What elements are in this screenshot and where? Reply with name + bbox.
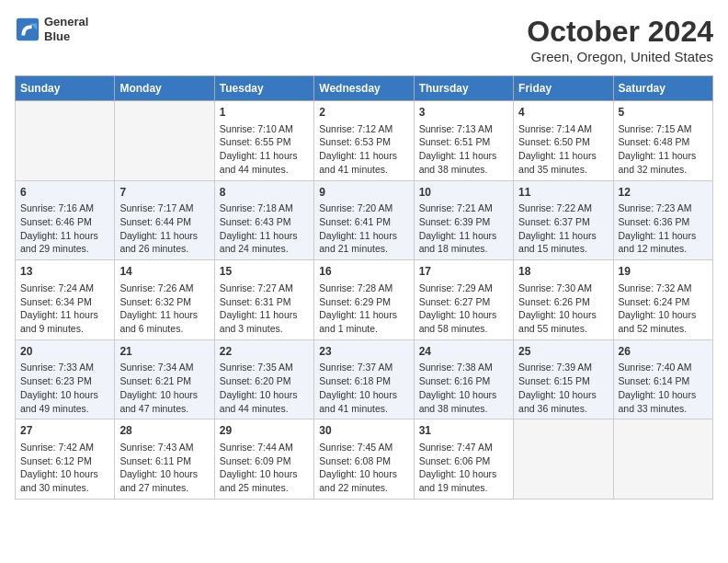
calendar-cell: 26Sunrise: 7:40 AMSunset: 6:14 PMDayligh… [613,339,712,419]
calendar-cell: 24Sunrise: 7:38 AMSunset: 6:16 PMDayligh… [414,339,513,419]
day-info: Sunset: 6:11 PM [119,454,209,468]
calendar-cell: 29Sunrise: 7:44 AMSunset: 6:09 PMDayligh… [214,419,313,500]
day-info: Daylight: 11 hours and 29 minutes. [20,229,109,256]
calendar-cell: 16Sunrise: 7:28 AMSunset: 6:29 PMDayligh… [314,260,414,340]
day-info: Sunrise: 7:15 AM [619,122,708,136]
day-info: Sunset: 6:06 PM [419,454,508,468]
calendar-cell: 19Sunrise: 7:32 AMSunset: 6:24 PMDayligh… [613,260,712,340]
calendar-cell: 18Sunrise: 7:30 AMSunset: 6:26 PMDayligh… [514,260,613,340]
day-info: Daylight: 10 hours and 38 minutes. [419,388,508,415]
day-info: Sunset: 6:50 PM [518,135,608,149]
day-header-tuesday: Tuesday [214,76,313,101]
day-header-saturday: Saturday [613,76,712,101]
day-number: 15 [220,264,309,280]
day-info: Sunrise: 7:17 AM [119,201,209,215]
day-info: Sunset: 6:44 PM [119,215,209,229]
day-info: Daylight: 11 hours and 41 minutes. [319,149,408,176]
day-number: 26 [619,344,708,360]
calendar-week-row: 1Sunrise: 7:10 AMSunset: 6:55 PMDaylight… [16,101,713,181]
day-info: Sunset: 6:55 PM [220,135,309,149]
day-number: 13 [20,264,109,280]
day-info: Sunrise: 7:26 AM [119,282,209,295]
calendar-cell: 30Sunrise: 7:45 AMSunset: 6:08 PMDayligh… [314,419,414,500]
day-number: 9 [319,185,408,201]
day-number: 29 [220,423,309,439]
day-number: 7 [119,185,209,201]
day-info: Sunrise: 7:40 AM [619,361,708,374]
day-info: Sunset: 6:46 PM [20,215,109,229]
day-info: Daylight: 10 hours and 58 minutes. [419,308,508,335]
day-info: Sunrise: 7:30 AM [518,282,608,295]
calendar-cell: 14Sunrise: 7:26 AMSunset: 6:32 PMDayligh… [115,260,214,340]
day-number: 8 [220,185,309,201]
day-info: Daylight: 10 hours and 36 minutes. [518,388,608,415]
day-info: Sunset: 6:08 PM [319,454,408,468]
calendar-week-row: 13Sunrise: 7:24 AMSunset: 6:34 PMDayligh… [16,260,713,340]
day-info: Sunrise: 7:14 AM [518,122,608,136]
calendar-cell: 17Sunrise: 7:29 AMSunset: 6:27 PMDayligh… [414,260,513,340]
calendar-week-row: 20Sunrise: 7:33 AMSunset: 6:23 PMDayligh… [16,339,713,419]
day-number: 23 [319,344,408,360]
day-info: Sunrise: 7:28 AM [319,282,408,295]
day-info: Sunrise: 7:27 AM [220,282,309,295]
day-info: Daylight: 10 hours and 47 minutes. [119,388,209,415]
day-info: Sunset: 6:32 PM [119,295,209,309]
day-info: Sunset: 6:21 PM [119,374,209,388]
logo-line2: Blue [44,29,88,44]
day-info: Sunrise: 7:39 AM [518,361,608,374]
day-number: 21 [119,344,209,360]
day-info: Sunset: 6:51 PM [419,135,508,149]
calendar-cell: 22Sunrise: 7:35 AMSunset: 6:20 PMDayligh… [214,339,313,419]
day-number: 17 [419,264,508,280]
title-block: October 2024 Green, Oregon, United State… [527,15,713,64]
day-info: Daylight: 11 hours and 26 minutes. [119,229,209,256]
calendar-cell: 13Sunrise: 7:24 AMSunset: 6:34 PMDayligh… [16,260,115,340]
calendar-cell: 8Sunrise: 7:18 AMSunset: 6:43 PMDaylight… [214,180,313,260]
day-number: 11 [518,185,608,201]
day-info: Daylight: 11 hours and 44 minutes. [220,149,309,176]
day-info: Sunset: 6:27 PM [419,295,508,309]
calendar-cell [16,101,115,181]
day-number: 19 [619,264,708,280]
day-info: Daylight: 10 hours and 55 minutes. [518,308,608,335]
day-number: 10 [419,185,508,201]
day-number: 28 [119,423,209,439]
logo-icon [15,17,40,42]
day-info: Sunrise: 7:21 AM [419,201,508,215]
day-info: Sunrise: 7:13 AM [419,122,508,136]
day-info: Sunset: 6:15 PM [518,374,608,388]
day-info: Sunset: 6:43 PM [220,215,309,229]
day-info: Sunrise: 7:44 AM [220,441,309,454]
calendar-cell: 12Sunrise: 7:23 AMSunset: 6:36 PMDayligh… [613,180,712,260]
day-info: Sunrise: 7:33 AM [20,361,109,374]
day-info: Sunset: 6:12 PM [20,454,109,468]
day-number: 5 [619,105,708,121]
calendar-cell: 3Sunrise: 7:13 AMSunset: 6:51 PMDaylight… [414,101,513,181]
day-number: 20 [20,344,109,360]
day-info: Sunset: 6:53 PM [319,135,408,149]
logo-text: General Blue [44,15,88,43]
day-info: Sunset: 6:41 PM [319,215,408,229]
day-info: Sunrise: 7:37 AM [319,361,408,374]
day-info: Daylight: 10 hours and 22 minutes. [319,467,408,494]
day-number: 3 [419,105,508,121]
day-info: Daylight: 11 hours and 1 minute. [319,308,408,335]
day-header-friday: Friday [514,76,613,101]
day-info: Sunrise: 7:35 AM [220,361,309,374]
calendar-cell: 7Sunrise: 7:17 AMSunset: 6:44 PMDaylight… [115,180,214,260]
calendar-cell [115,101,214,181]
calendar-cell: 20Sunrise: 7:33 AMSunset: 6:23 PMDayligh… [16,339,115,419]
day-info: Sunrise: 7:47 AM [419,441,508,454]
day-info: Daylight: 11 hours and 35 minutes. [518,149,608,176]
day-info: Daylight: 10 hours and 49 minutes. [20,388,109,415]
calendar-cell: 25Sunrise: 7:39 AMSunset: 6:15 PMDayligh… [514,339,613,419]
day-info: Daylight: 11 hours and 24 minutes. [220,229,309,256]
day-info: Sunset: 6:31 PM [220,295,309,309]
day-info: Daylight: 11 hours and 6 minutes. [119,308,209,335]
logo-line1: General [44,15,88,29]
calendar-header-row: SundayMondayTuesdayWednesdayThursdayFrid… [16,76,713,101]
day-info: Sunset: 6:09 PM [220,454,309,468]
day-info: Sunrise: 7:24 AM [20,282,109,295]
day-info: Daylight: 11 hours and 38 minutes. [419,149,508,176]
day-info: Sunset: 6:37 PM [518,215,608,229]
